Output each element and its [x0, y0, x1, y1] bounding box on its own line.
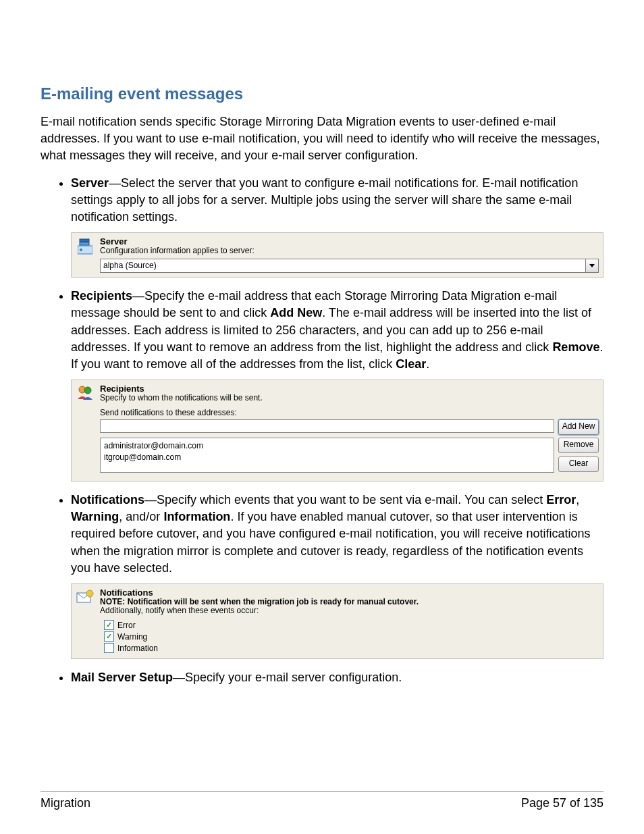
- notif-b2: Warning: [71, 510, 119, 523]
- bullet-server: Server—Select the server that you want t…: [71, 175, 603, 278]
- checkbox-warning-label: Warning: [117, 633, 147, 641]
- checkbox-information[interactable]: [104, 643, 114, 653]
- bullet-recipients-label: Recipients: [71, 289, 132, 303]
- add-new-button[interactable]: Add New: [558, 419, 599, 435]
- mail-notification-icon: [76, 590, 94, 604]
- recipients-bold-remove: Remove: [552, 340, 599, 354]
- server-icon: [78, 238, 92, 255]
- bullet-recipients: Recipients—Specify the e-mail address th…: [71, 288, 603, 481]
- server-panel: Server Configuration information applies…: [71, 232, 603, 278]
- server-select[interactable]: alpha (Source): [100, 259, 599, 273]
- notifications-panel-note: NOTE: Notification will be sent when the…: [100, 598, 599, 606]
- checkbox-error-row[interactable]: Error: [104, 620, 599, 630]
- recipients-bold-addnew: Add New: [270, 306, 322, 319]
- svg-rect-0: [80, 239, 89, 242]
- bullet-notifications: Notifications—Specify which events that …: [71, 492, 603, 659]
- bullet-notifications-label: Notifications: [71, 493, 144, 506]
- recipients-panel-sub: Specify to whom the notifications will b…: [100, 394, 599, 402]
- svg-marker-4: [589, 264, 595, 267]
- list-item[interactable]: administrator@domain.com: [104, 440, 550, 452]
- recipients-text-3: .: [426, 357, 429, 371]
- notifications-panel-sub: Additionally, notify when these events o…: [100, 606, 599, 615]
- chevron-down-icon: [589, 264, 595, 268]
- recipients-addresses-label: Send notifications to these addresses:: [100, 409, 599, 417]
- footer-left: Migration: [41, 796, 90, 810]
- recipients-icon: [76, 386, 94, 400]
- checkbox-information-row[interactable]: Information: [104, 643, 599, 653]
- checkbox-warning[interactable]: [104, 631, 114, 642]
- recipient-email-input[interactable]: [100, 419, 554, 433]
- list-item[interactable]: itgroup@domain.com: [104, 452, 550, 463]
- notif-b3: Information: [163, 510, 230, 523]
- svg-rect-1: [80, 242, 89, 245]
- page-footer: Migration Page 57 of 135: [41, 791, 603, 810]
- checkbox-information-label: Information: [117, 644, 158, 652]
- bullet-server-text: —Select the server that you want to conf…: [71, 176, 578, 224]
- checkbox-error-label: Error: [117, 621, 136, 629]
- server-panel-sub: Configuration information applies to ser…: [100, 246, 599, 255]
- clear-button[interactable]: Clear: [558, 457, 599, 472]
- bullet-mailserver: Mail Server Setup—Specify your e-mail se…: [71, 669, 603, 686]
- recipients-panel: Recipients Specify to whom the notificat…: [71, 380, 603, 481]
- server-select-value: alpha (Source): [100, 259, 586, 273]
- recipients-list[interactable]: administrator@domain.com itgroup@domain.…: [100, 438, 554, 473]
- bullet-mailserver-label: Mail Server Setup: [71, 671, 173, 684]
- bullet-server-label: Server: [71, 176, 109, 190]
- server-panel-title: Server: [100, 237, 599, 246]
- checkbox-warning-row[interactable]: Warning: [104, 631, 599, 642]
- recipients-bold-clear: Clear: [396, 357, 426, 371]
- intro-paragraph: E-mail notification sends specific Stora…: [41, 113, 603, 165]
- svg-point-3: [80, 249, 82, 251]
- bullet-mailserver-text: —Specify your e-mail server configuratio…: [173, 671, 402, 684]
- notifications-panel-title: Notifications: [100, 588, 599, 597]
- dropdown-button[interactable]: [586, 259, 599, 273]
- notif-prefix: —Specify which events that you want to b…: [144, 493, 546, 506]
- checkbox-error[interactable]: [104, 620, 114, 630]
- footer-right: Page 57 of 135: [521, 796, 603, 810]
- page-title: E-mailing event messages: [41, 84, 603, 103]
- notif-b1: Error: [546, 493, 576, 506]
- remove-button[interactable]: Remove: [558, 438, 599, 453]
- notif-sep2: , and/or: [119, 510, 163, 523]
- notifications-panel: Notifications NOTE: Notification will be…: [71, 583, 603, 659]
- notif-sep1: ,: [576, 493, 579, 506]
- svg-point-8: [86, 590, 93, 597]
- svg-point-6: [84, 387, 91, 394]
- recipients-panel-title: Recipients: [100, 384, 599, 393]
